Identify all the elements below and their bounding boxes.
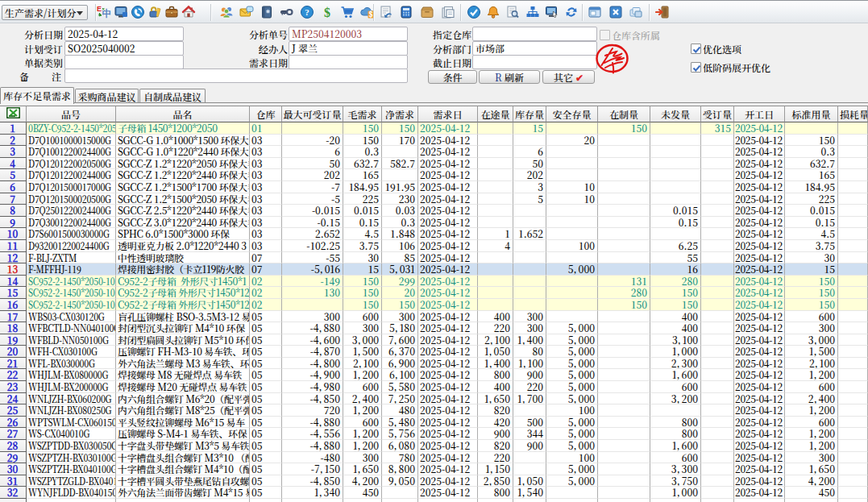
svg-text:$: $ xyxy=(324,6,330,19)
svg-text:中: 中 xyxy=(102,8,112,19)
svg-text:$: $ xyxy=(368,9,372,19)
svg-text:E: E xyxy=(97,5,102,14)
svg-text:?: ? xyxy=(305,7,309,17)
